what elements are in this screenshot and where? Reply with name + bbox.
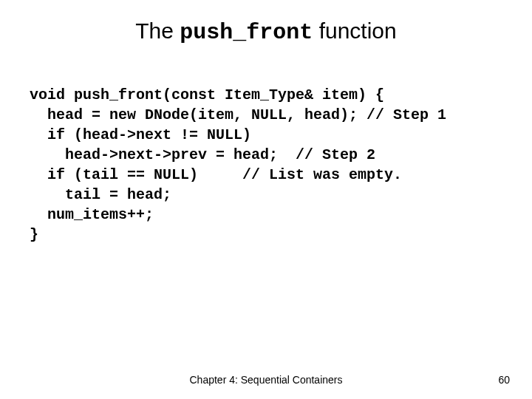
title-prefix: The bbox=[135, 18, 180, 43]
title-suffix: function bbox=[313, 18, 396, 43]
title-mono: push_front bbox=[180, 20, 313, 45]
slide: The push_front function void push_front(… bbox=[0, 0, 532, 399]
slide-title: The push_front function bbox=[0, 18, 532, 45]
footer-chapter: Chapter 4: Sequential Containers bbox=[0, 374, 532, 386]
footer-page-number: 60 bbox=[498, 374, 510, 386]
code-block: void push_front(const Item_Type& item) {… bbox=[30, 85, 446, 245]
